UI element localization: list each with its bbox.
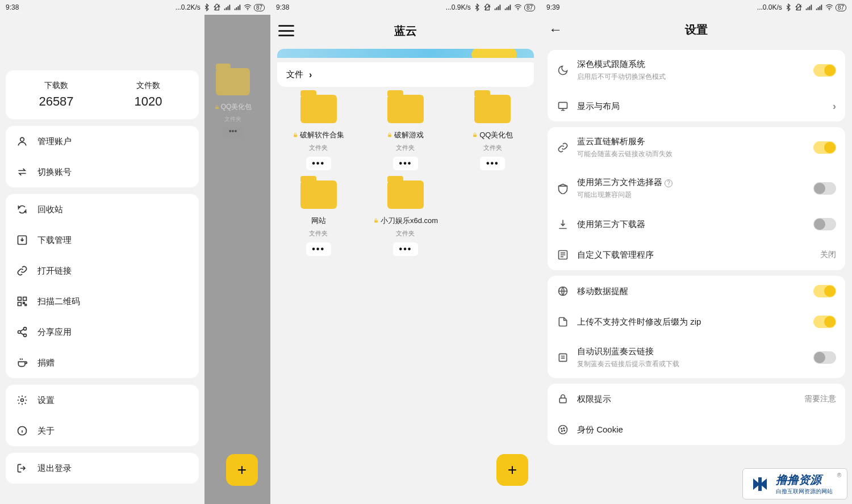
folder-more-button[interactable]: ••• xyxy=(480,157,505,170)
drawer-item-label: 设置 xyxy=(37,395,55,406)
folder-icon xyxy=(300,180,337,209)
svg-point-27 xyxy=(561,429,562,430)
info-icon xyxy=(16,425,28,437)
switch-account[interactable]: 切换账号 xyxy=(6,157,199,187)
watermark-title: 撸撸资源 xyxy=(776,472,833,488)
status-bar: 9:38 ...0.2K/s 87 xyxy=(0,0,270,15)
scan-qr[interactable]: 扫描二维码 xyxy=(6,286,199,317)
toggle-switch[interactable] xyxy=(813,64,836,77)
toggle-switch[interactable] xyxy=(813,141,836,154)
drawer-item-label: 退出登录 xyxy=(37,463,72,474)
chevron-right-icon: › xyxy=(309,70,312,80)
setting-title: 权限提示 xyxy=(577,394,796,405)
coffee-icon xyxy=(16,356,28,369)
status-time: 9:38 xyxy=(276,3,289,11)
toggle-switch[interactable] xyxy=(813,351,836,364)
drawer-item-label: 切换账号 xyxy=(37,167,72,178)
mute-icon xyxy=(483,3,491,11)
battery-icon: 87 xyxy=(524,4,535,11)
custom-download-manager[interactable]: 自定义下载管理程序关闭 xyxy=(548,240,845,270)
menu-button[interactable] xyxy=(278,25,294,36)
third-party-picker[interactable]: 使用第三方文件选择器?可能出现兼容问题 xyxy=(548,168,845,209)
fab-add-button[interactable]: + xyxy=(496,454,528,486)
folder-icon xyxy=(300,95,337,123)
settings[interactable]: 设置 xyxy=(6,385,199,415)
status-net: ...0.2K/s xyxy=(176,3,201,11)
open-link[interactable]: 打开链接 xyxy=(6,255,199,286)
toggle-switch[interactable] xyxy=(813,218,836,230)
folder-label: 破解软件合集 xyxy=(277,130,360,140)
manage-account[interactable]: 管理账户 xyxy=(6,126,199,157)
folder-icon xyxy=(387,180,424,209)
toggle-switch[interactable] xyxy=(813,182,836,195)
back-button[interactable]: ← xyxy=(549,22,562,37)
mobile-data-warn[interactable]: 移动数据提醒 xyxy=(548,276,845,306)
registered-mark: ® xyxy=(837,472,841,478)
bluetooth-icon xyxy=(473,3,481,11)
drawer-item-label: 扫描二维码 xyxy=(37,296,80,307)
direct-link-parse[interactable]: 蓝云直链解析服务可能会随蓝奏云链接改动而失效 xyxy=(548,127,845,168)
drawer-item-label: 下载管理 xyxy=(37,235,72,246)
svg-point-26 xyxy=(559,426,567,434)
rename-zip[interactable]: 上传不支持文件时修改后缀为 zip xyxy=(548,306,845,337)
recycle-bin[interactable]: 回收站 xyxy=(6,194,199,225)
watermark: 撸撸资源白撸互联网资源的网站 ® xyxy=(742,468,847,499)
breadcrumb[interactable]: 文件› xyxy=(277,62,534,87)
fab-add-button[interactable]: + xyxy=(226,454,258,486)
folder-type: 文件夹 xyxy=(364,144,446,152)
bluetooth-icon xyxy=(784,3,792,11)
logout[interactable]: 退出登录 xyxy=(6,453,199,484)
auto-detect-link[interactable]: 自动识别蓝奏云链接复制蓝奏云链接后提示查看或下载 xyxy=(548,337,845,378)
folder-item[interactable]: 破解软件合集文件夹••• xyxy=(277,95,360,170)
setting-title: 自动识别蓝奏云链接 xyxy=(577,346,805,357)
battery-icon: 87 xyxy=(254,4,265,11)
download-manager[interactable]: 下载管理 xyxy=(6,225,199,255)
signal-icon xyxy=(504,3,512,11)
folder-item[interactable]: 破解游戏文件夹••• xyxy=(364,95,446,170)
download-box-icon xyxy=(16,234,28,246)
display-layout[interactable]: 显示与布局› xyxy=(548,91,845,121)
folder-item[interactable]: QQ美化包文件夹••• xyxy=(452,95,534,170)
drawer-item-label: 打开链接 xyxy=(37,266,72,276)
lock-icon xyxy=(387,132,392,138)
mute-icon xyxy=(795,3,803,11)
third-party-downloader[interactable]: 使用第三方下载器 xyxy=(548,209,845,240)
folder-item[interactable]: 小刀娱乐x6d.com文件夹••• xyxy=(364,180,446,256)
folder-more-button[interactable]: ••• xyxy=(393,157,418,170)
identity-cookie[interactable]: 身份 Cookie xyxy=(548,414,845,445)
setting-desc: 可能会随蓝奏云链接改动而失效 xyxy=(577,149,805,159)
setting-title: 使用第三方下载器 xyxy=(577,219,805,230)
folder-item[interactable]: 网站文件夹••• xyxy=(277,180,360,256)
logout-icon xyxy=(16,462,28,474)
setting-icon xyxy=(557,182,569,195)
folder-more-button[interactable]: ••• xyxy=(393,242,418,256)
toggle-switch[interactable] xyxy=(813,285,836,297)
signal-icon xyxy=(223,3,231,11)
banner[interactable] xyxy=(277,49,534,58)
setting-title: 移动数据提醒 xyxy=(577,286,805,297)
svg-point-14 xyxy=(517,9,519,10)
setting-desc: 可能出现兼容问题 xyxy=(577,190,805,200)
svg-point-20 xyxy=(829,9,830,10)
signal-icon xyxy=(815,3,823,11)
permission-hint[interactable]: 权限提示需要注意 xyxy=(548,384,845,414)
swap-icon xyxy=(16,166,28,178)
drawer-item-label: 捐赠 xyxy=(37,358,55,368)
folder-type: 文件夹 xyxy=(452,144,534,152)
folder-more-button[interactable]: ••• xyxy=(306,157,331,170)
setting-title: 蓝云直链解析服务 xyxy=(577,136,805,147)
share-app[interactable]: 分享应用 xyxy=(6,317,199,347)
wifi-icon xyxy=(514,3,522,11)
page-title: 设置 xyxy=(562,22,830,37)
app-title: 蓝云 xyxy=(294,23,517,39)
dark-follow-system[interactable]: 深色模式跟随系统启用后不可手动切换深色模式 xyxy=(548,50,845,91)
signal-icon xyxy=(805,3,813,11)
navigation-drawer: 下载数26587 文件数1020 管理账户 切换账号 回收站 下载管理 打开链接… xyxy=(0,15,204,504)
donate[interactable]: 捐赠 xyxy=(6,347,199,378)
status-bar: 9:39 ...0.0K/s 87 xyxy=(541,0,852,15)
folder-more-button[interactable]: ••• xyxy=(306,242,331,256)
toggle-switch[interactable] xyxy=(813,316,836,328)
svg-rect-16 xyxy=(389,135,392,137)
about[interactable]: 关于 xyxy=(6,415,199,446)
svg-point-9 xyxy=(18,331,21,334)
